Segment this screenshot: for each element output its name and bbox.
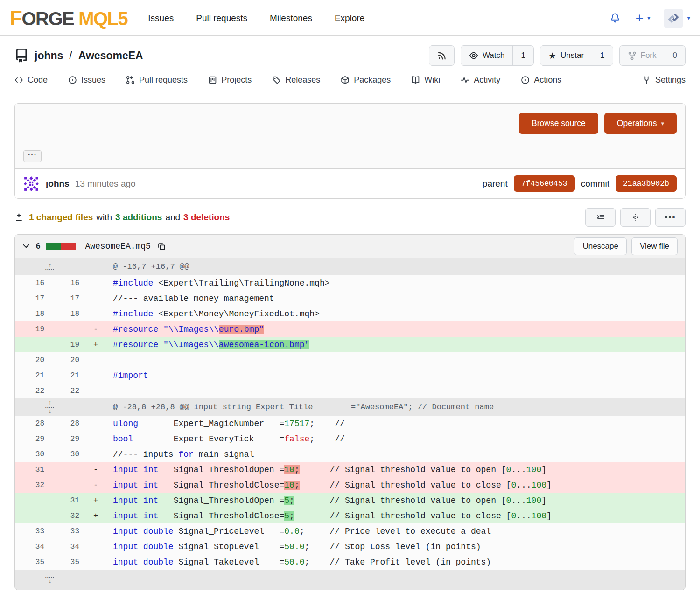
old-line-number[interactable]: 31 bbox=[15, 466, 50, 474]
new-line-number[interactable]: 30 bbox=[50, 450, 85, 459]
tab-label: Issues bbox=[81, 75, 105, 85]
tab-projects[interactable]: Projects bbox=[208, 75, 252, 85]
collapse-file-chevron-icon[interactable] bbox=[22, 244, 30, 249]
file-tree-toggle-button[interactable] bbox=[585, 208, 616, 227]
watch-count[interactable]: 1 bbox=[512, 46, 533, 65]
new-line-number[interactable]: 28 bbox=[50, 419, 85, 428]
unescape-button[interactable]: Unescape bbox=[574, 237, 627, 255]
old-line-number[interactable]: 21 bbox=[15, 371, 50, 380]
new-line-number[interactable]: 31 bbox=[50, 496, 85, 505]
new-line-number[interactable]: 35 bbox=[50, 558, 85, 566]
tab-settings[interactable]: Settings bbox=[642, 75, 686, 85]
fork-count[interactable]: 0 bbox=[665, 46, 685, 65]
old-line-number[interactable]: 16 bbox=[15, 279, 50, 287]
fork-button[interactable]: Fork 0 bbox=[619, 45, 686, 66]
new-line-number[interactable]: 19 bbox=[50, 341, 85, 349]
browse-source-button[interactable]: Browse source bbox=[519, 113, 598, 134]
repo-owner-link[interactable]: johns bbox=[35, 49, 63, 62]
tab-packages[interactable]: Packages bbox=[341, 75, 391, 85]
nav-links: Issues Pull requests Milestones Explore bbox=[148, 13, 364, 23]
new-line-number[interactable]: 21 bbox=[50, 371, 85, 380]
commit-author-avatar[interactable] bbox=[23, 176, 39, 192]
file-name[interactable]: AwesomeEA.mq5 bbox=[85, 242, 150, 251]
nav-explore[interactable]: Explore bbox=[335, 13, 364, 23]
play-circle-icon bbox=[521, 76, 530, 84]
diff-options-button[interactable]: ••• bbox=[655, 208, 686, 227]
diff-line-row: 3434input double Signal_StopLevel =50.0;… bbox=[15, 539, 685, 554]
view-file-button[interactable]: View file bbox=[631, 237, 678, 255]
user-avatar bbox=[664, 9, 683, 28]
nav-pull-requests[interactable]: Pull requests bbox=[196, 13, 247, 23]
tab-label: Actions bbox=[534, 75, 561, 85]
create-new-menu[interactable]: + ▾ bbox=[635, 11, 650, 25]
new-line-number[interactable]: 20 bbox=[50, 356, 85, 364]
code-line: input int Signal_ThresholdOpen =5; // Si… bbox=[106, 496, 685, 505]
old-line-number[interactable]: 34 bbox=[15, 543, 50, 551]
commit-author-name[interactable]: johns bbox=[46, 179, 70, 189]
diff-line-row: 3333input double Signal_PriceLevel =0.0;… bbox=[15, 523, 685, 539]
old-line-number[interactable]: 28 bbox=[15, 419, 50, 428]
expand-diff-button[interactable]: ↑•••••↓ bbox=[15, 400, 85, 414]
new-line-number[interactable]: 29 bbox=[50, 435, 85, 443]
star-count[interactable]: 1 bbox=[592, 46, 612, 65]
tab-code[interactable]: Code bbox=[14, 75, 48, 85]
old-line-number[interactable]: 20 bbox=[15, 356, 50, 364]
new-line-number[interactable]: 32 bbox=[50, 512, 85, 520]
parent-hash-button[interactable]: 7f456e0453 bbox=[514, 175, 575, 192]
tab-pull-requests[interactable]: Pull requests bbox=[126, 75, 188, 85]
repo-name-link[interactable]: AwesomeEA bbox=[78, 49, 143, 62]
forge-mql5-logo[interactable]: FORGEMQL5 bbox=[10, 7, 127, 30]
new-line-number[interactable]: 18 bbox=[50, 310, 85, 318]
old-line-number[interactable]: 32 bbox=[15, 481, 50, 489]
diff-line-row: 2121#import bbox=[15, 368, 685, 383]
expand-commit-message-button[interactable]: ··· bbox=[23, 150, 42, 162]
old-line-number[interactable]: 29 bbox=[15, 435, 50, 443]
diff-line-row: 1717//--- available money management bbox=[15, 291, 685, 306]
file-change-count: 6 bbox=[36, 242, 40, 251]
tab-issues[interactable]: Issues bbox=[68, 75, 105, 85]
commit-hashes: parent 7f456e0453 commit 21aa3b902b bbox=[483, 175, 677, 192]
old-line-number[interactable]: 22 bbox=[15, 387, 50, 395]
diff-sign-cell: - bbox=[85, 465, 106, 474]
diff-hunk-row: ↑•••••↓@ -28,8 +28,8 @@ input string Exp… bbox=[15, 398, 685, 416]
new-line-number[interactable]: 33 bbox=[50, 527, 85, 536]
split-view-button[interactable] bbox=[620, 208, 651, 227]
tab-releases[interactable]: Releases bbox=[272, 75, 320, 85]
book-icon bbox=[411, 76, 420, 84]
pulse-icon bbox=[461, 76, 469, 84]
watch-button[interactable]: Watch 1 bbox=[461, 45, 534, 66]
old-line-number[interactable]: 18 bbox=[15, 310, 50, 318]
rss-button[interactable] bbox=[429, 45, 455, 66]
tab-label: Pull requests bbox=[139, 75, 188, 85]
diff-line-row: 31+input int Signal_ThresholdOpen =5; //… bbox=[15, 493, 685, 508]
tab-activity[interactable]: Activity bbox=[461, 75, 500, 85]
unstar-button[interactable]: ★ Unstar 1 bbox=[540, 45, 613, 66]
eye-icon bbox=[469, 51, 478, 60]
code-line: input double Signal_StopLevel =50.0; // … bbox=[106, 542, 685, 551]
new-line-number[interactable]: 22 bbox=[50, 387, 85, 395]
new-line-number[interactable]: 17 bbox=[50, 294, 85, 303]
old-line-number[interactable]: 17 bbox=[15, 294, 50, 303]
commit-hash-button[interactable]: 21aa3b902b bbox=[616, 175, 677, 192]
hunk-header-text: @ -16,7 +16,7 @@ bbox=[106, 262, 685, 271]
expand-diff-button[interactable]: •••••↓ bbox=[15, 575, 85, 584]
copy-path-icon[interactable] bbox=[157, 242, 166, 251]
expand-diff-button[interactable]: ↑••••• bbox=[15, 262, 85, 271]
old-line-number[interactable]: 35 bbox=[15, 558, 50, 566]
old-line-number[interactable]: 33 bbox=[15, 527, 50, 536]
new-line-number[interactable]: 16 bbox=[50, 279, 85, 287]
nav-issues[interactable]: Issues bbox=[148, 13, 174, 23]
new-line-number[interactable]: 34 bbox=[50, 543, 85, 551]
tab-wiki[interactable]: Wiki bbox=[411, 75, 440, 85]
nav-milestones[interactable]: Milestones bbox=[270, 13, 312, 23]
changed-files-count[interactable]: 1 changed files bbox=[29, 212, 93, 223]
old-line-number[interactable]: 19 bbox=[15, 325, 50, 334]
old-line-number[interactable]: 30 bbox=[15, 450, 50, 459]
rss-icon bbox=[429, 46, 454, 65]
notifications-bell-icon[interactable] bbox=[609, 12, 621, 24]
operations-button[interactable]: Operations ▾ bbox=[604, 113, 677, 134]
user-menu[interactable]: ▾ bbox=[664, 9, 690, 28]
diff-line-row: 2929bool Expert_EveryTick =false; // bbox=[15, 431, 685, 447]
tab-actions[interactable]: Actions bbox=[521, 75, 561, 85]
file-diff-header: 6 AwesomeEA.mq5 Unescape View file bbox=[15, 235, 685, 258]
